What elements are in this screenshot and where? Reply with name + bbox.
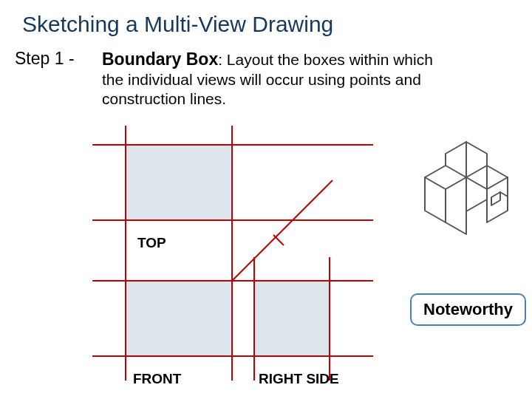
step-label: Step 1 - bbox=[15, 49, 75, 69]
right-view-label: RIGHT SIDE bbox=[259, 371, 339, 387]
desc-bold: Boundary Box bbox=[102, 50, 218, 69]
right-view-box bbox=[254, 281, 330, 356]
page-title: Sketching a Multi-View Drawing bbox=[22, 12, 333, 37]
noteworthy-callout[interactable]: Noteworthy bbox=[410, 293, 526, 326]
front-view-label: FRONT bbox=[133, 371, 181, 387]
step-description: Boundary Box: Layout the boxes within wh… bbox=[102, 49, 442, 109]
front-view-box bbox=[126, 281, 232, 356]
isometric-sketch bbox=[410, 140, 517, 251]
boundary-box-diagram bbox=[52, 126, 384, 392]
svg-line-8 bbox=[232, 180, 332, 281]
top-view-label: TOP bbox=[137, 235, 166, 251]
svg-line-9 bbox=[273, 235, 284, 245]
top-view-box bbox=[126, 145, 232, 220]
